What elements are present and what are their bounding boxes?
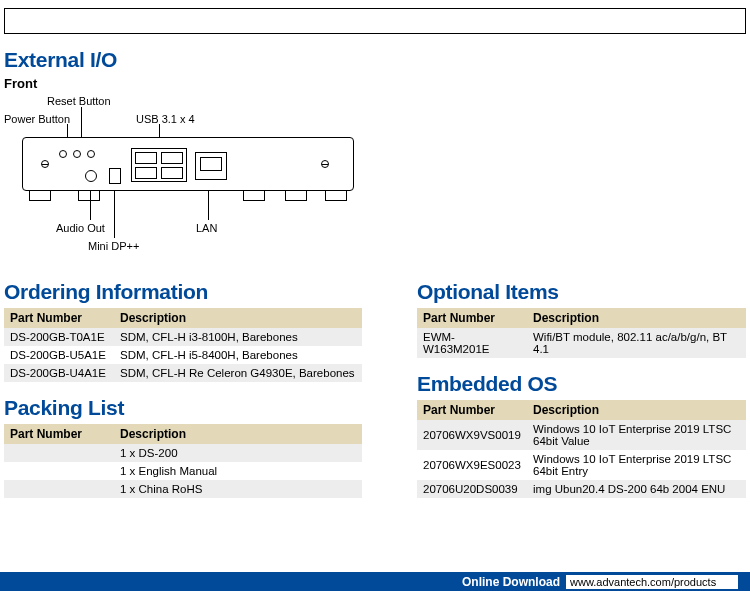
usb-block [131, 148, 187, 182]
table-row: 20706WX9ES0023Windows 10 IoT Enterprise … [417, 450, 746, 480]
table-row: 20706WX9VS0019Windows 10 IoT Enterprise … [417, 420, 746, 450]
heading-packing: Packing List [4, 396, 362, 420]
th-part-number: Part Number [417, 308, 527, 328]
front-io-diagram: Reset Button Power Button USB 3.1 x 4 [4, 95, 364, 260]
table-row: 1 x DS-200 [4, 444, 362, 462]
th-description: Description [527, 400, 746, 420]
mini-dp-port [109, 168, 121, 184]
heading-optional: Optional Items [417, 280, 746, 304]
led-port [87, 150, 95, 158]
th-part-number: Part Number [4, 308, 114, 328]
lan-port [195, 152, 227, 180]
power-button-port [59, 150, 67, 158]
callout-reset-button: Reset Button [47, 95, 111, 107]
heading-ordering: Ordering Information [4, 280, 362, 304]
footer-bar: Online Download www.advantech.com/produc… [0, 572, 750, 591]
heading-embedded: Embedded OS [417, 372, 746, 396]
reset-button-port [73, 150, 81, 158]
footer-url: www.advantech.com/products [566, 575, 738, 589]
callout-mini-dp: Mini DP++ [88, 240, 139, 252]
device-chassis [22, 137, 354, 191]
table-row: DS-200GB-U5A1ESDM, CFL-H i5-8400H, Bareb… [4, 346, 362, 364]
callout-power-button: Power Button [4, 113, 70, 125]
table-row: DS-200GB-T0A1ESDM, CFL-H i3-8100H, Bareb… [4, 328, 362, 346]
screw-icon [41, 160, 49, 168]
table-row: 20706U20DS0039img Ubun20.4 DS-200 64b 20… [417, 480, 746, 498]
th-description: Description [527, 308, 746, 328]
table-row: 1 x English Manual [4, 462, 362, 480]
screw-icon [321, 160, 329, 168]
audio-out-port [85, 170, 97, 182]
front-label: Front [4, 76, 746, 91]
th-description: Description [114, 308, 362, 328]
heading-external-io: External I/O [4, 48, 746, 72]
table-row: 1 x China RoHS [4, 480, 362, 498]
th-part-number: Part Number [4, 424, 114, 444]
th-part-number: Part Number [417, 400, 527, 420]
th-description: Description [114, 424, 362, 444]
callout-lan: LAN [196, 222, 217, 234]
footer-label: Online Download [462, 575, 560, 589]
ordering-table: Part Number Description DS-200GB-T0A1ESD… [4, 308, 362, 382]
embedded-table: Part Number Description 20706WX9VS0019Wi… [417, 400, 746, 498]
optional-table: Part Number Description EWM-W163M201EWif… [417, 308, 746, 358]
table-row: DS-200GB-U4A1ESDM, CFL-H Re Celeron G493… [4, 364, 362, 382]
callout-audio-out: Audio Out [56, 222, 105, 234]
top-empty-bar [4, 8, 746, 34]
packing-table: Part Number Description 1 x DS-200 1 x E… [4, 424, 362, 498]
callout-usb: USB 3.1 x 4 [136, 113, 195, 125]
table-row: EWM-W163M201EWifi/BT module, 802.11 ac/a… [417, 328, 746, 358]
